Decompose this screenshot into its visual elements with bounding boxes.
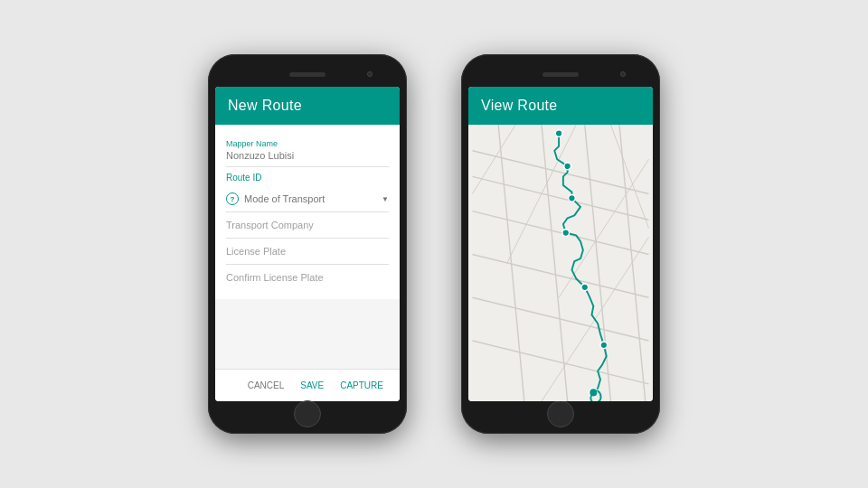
save-button[interactable]: Save: [295, 377, 329, 394]
view-route-title: View Route: [481, 98, 558, 113]
route-path-svg: [468, 125, 653, 401]
phone-bottom-bar-left: [215, 405, 400, 423]
map-content[interactable]: [468, 125, 653, 401]
mapper-name-label: Mapper Name: [226, 139, 389, 148]
mapper-name-field: Mapper Name Nonzuzo Lubisi: [226, 134, 389, 167]
phone-bottom-bar-right: [468, 405, 653, 423]
license-plate-field[interactable]: License Plate: [226, 239, 389, 265]
capture-button[interactable]: Capture: [335, 377, 389, 394]
phone-screen-left: New Route Mapper Name Nonzuzo Lubisi Rou…: [215, 87, 400, 401]
mode-transport-row[interactable]: ? Mode of Transport ▼: [226, 186, 389, 212]
phone-camera-left: [367, 71, 373, 77]
phone-view-route: View Route: [461, 54, 660, 434]
new-route-header: New Route: [215, 87, 400, 125]
view-route-header: View Route: [468, 87, 653, 125]
phone-screen-right: View Route: [468, 87, 653, 401]
phone-camera-right: [620, 71, 626, 77]
route-id-label[interactable]: Route ID: [226, 167, 389, 186]
mode-transport-label: Mode of Transport: [244, 193, 382, 204]
svg-point-16: [564, 163, 571, 170]
phone-speaker-right: [542, 72, 579, 77]
svg-point-20: [600, 342, 608, 349]
new-route-title: New Route: [228, 98, 302, 113]
phone-home-button-right[interactable]: [547, 400, 574, 427]
form-actions: Cancel Save Capture: [215, 369, 400, 401]
phone-body-right: View Route: [461, 54, 660, 434]
phone-new-route: New Route Mapper Name Nonzuzo Lubisi Rou…: [208, 54, 407, 434]
svg-point-18: [562, 230, 570, 237]
form-card: Mapper Name Nonzuzo Lubisi Route ID ? Mo…: [215, 125, 400, 299]
svg-point-19: [581, 284, 589, 291]
confirm-license-field[interactable]: Confirm License Plate: [226, 265, 389, 290]
phone-top-bar-right: [468, 65, 653, 83]
phone-top-bar-left: [215, 65, 400, 83]
question-icon: ?: [226, 192, 239, 205]
cancel-button[interactable]: Cancel: [242, 377, 290, 394]
phone-body-left: New Route Mapper Name Nonzuzo Lubisi Rou…: [208, 54, 407, 434]
dropdown-arrow-icon: ▼: [382, 195, 389, 203]
form-content: Mapper Name Nonzuzo Lubisi Route ID ? Mo…: [215, 125, 400, 369]
phone-speaker-left: [289, 72, 326, 77]
phone-home-button-left[interactable]: [294, 400, 321, 427]
svg-point-17: [569, 194, 576, 202]
transport-company-field[interactable]: Transport Company: [226, 212, 389, 239]
svg-point-15: [555, 130, 562, 137]
mapper-name-value: Nonzuzo Lubisi: [226, 150, 389, 161]
